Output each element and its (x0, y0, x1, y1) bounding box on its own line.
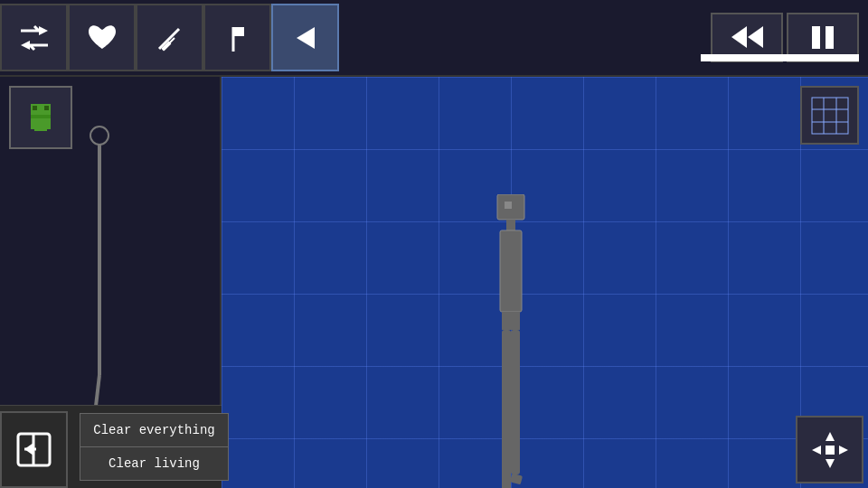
bottom-menu: Clear everything Clear living (0, 405, 222, 488)
progress-bar-fill (701, 54, 859, 61)
svg-marker-7 (748, 26, 763, 48)
svg-marker-39 (839, 446, 848, 455)
svg-rect-24 (502, 312, 520, 330)
sidebar-stick-figure (86, 122, 113, 398)
back-button[interactable] (271, 4, 339, 71)
svg-rect-3 (233, 27, 244, 36)
exit-button[interactable] (0, 411, 68, 488)
entity-thumbnail[interactable] (9, 86, 72, 149)
svg-marker-38 (812, 446, 821, 455)
grid-toggle-button[interactable] (800, 86, 859, 145)
svg-rect-14 (34, 118, 47, 131)
svg-marker-6 (731, 26, 747, 48)
svg-rect-12 (44, 106, 49, 110)
svg-marker-37 (826, 459, 835, 468)
svg-rect-26 (511, 330, 520, 474)
toolbar (0, 0, 868, 77)
svg-rect-8 (812, 26, 820, 49)
heart-button[interactable] (68, 4, 136, 71)
svg-rect-16 (45, 120, 51, 129)
clear-everything-button[interactable]: Clear everything (80, 413, 229, 447)
svg-rect-21 (505, 202, 512, 209)
svg-rect-28 (812, 98, 848, 134)
clear-living-button[interactable]: Clear living (80, 447, 229, 481)
svg-point-17 (90, 127, 108, 145)
progress-bar-container (701, 54, 859, 61)
sword-button[interactable] (136, 4, 203, 71)
swap-button[interactable] (0, 4, 68, 71)
svg-marker-36 (826, 432, 835, 441)
svg-rect-40 (826, 446, 835, 455)
move-button[interactable] (796, 416, 863, 483)
svg-rect-15 (31, 120, 36, 129)
svg-rect-27 (510, 474, 523, 485)
svg-rect-9 (826, 26, 834, 49)
main-stick-figure (484, 194, 538, 416)
grid-area[interactable] (222, 77, 868, 488)
svg-rect-13 (31, 115, 51, 118)
svg-rect-23 (500, 230, 522, 312)
svg-rect-25 (502, 330, 511, 488)
svg-marker-5 (297, 27, 315, 49)
svg-rect-11 (33, 106, 37, 110)
svg-rect-22 (506, 220, 515, 230)
misc-button[interactable] (203, 4, 271, 71)
